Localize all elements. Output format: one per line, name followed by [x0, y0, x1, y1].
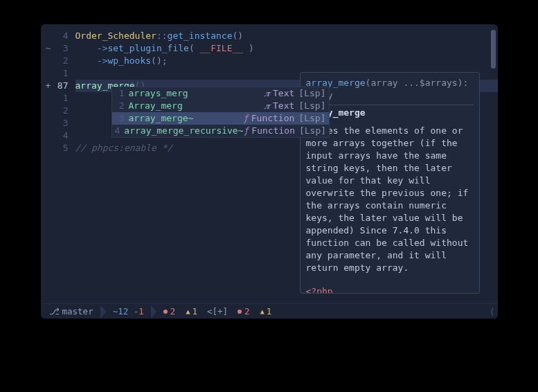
text-icon: 𝝅 — [264, 100, 270, 112]
function-icon: ƒ — [243, 112, 249, 125]
completion-item-selected[interactable]: 3 array_merge~ ƒ Function [Lsp] — [112, 112, 329, 125]
line-number: 1 — [56, 92, 69, 105]
line-number: 2 — [56, 105, 69, 117]
line-number: 4 — [56, 130, 69, 142]
current-line-number: 87 — [56, 80, 69, 92]
sign — [45, 130, 52, 142]
gutter: 4 ~3 2 1 +87 1 2 3 4 5 — [41, 24, 75, 303]
code-line: ->set_plugin_file( __FILE__ ) — [75, 42, 498, 55]
diagnostics-segment: 2 ▲ 1 — [232, 305, 277, 319]
sign — [45, 142, 52, 154]
line-number: 3 — [56, 42, 69, 55]
sign — [45, 55, 52, 67]
doc-title: array_merge — [306, 107, 474, 119]
sign — [45, 92, 52, 105]
modified-indicator: <[+] — [207, 306, 228, 317]
editor-window: 4 ~3 2 1 +87 1 2 3 4 5 Order_Scheduler::… — [41, 24, 498, 319]
doc-php-tag: <?php — [306, 285, 474, 294]
code-line: Order_Scheduler::get_instance() — [75, 30, 498, 42]
code-line: ->wp_hooks(); — [75, 55, 498, 67]
error-dot-icon — [237, 310, 242, 314]
error-dot-icon — [163, 310, 168, 314]
diagnostics-segment: 2 ▲ 1 — [158, 305, 203, 319]
line-number: 1 — [56, 67, 69, 80]
warning-triangle-icon: ▲ — [260, 308, 264, 315]
doc-body: Merges the elements of one or more array… — [306, 125, 474, 274]
completion-item[interactable]: 4 array_merge_recursive~ ƒ Function [Lsp… — [112, 125, 329, 137]
completion-popup[interactable]: 1 arrays_merg 𝝅 Text [Lsp] 2 Array_merg … — [111, 87, 330, 138]
function-icon: ƒ — [244, 125, 249, 137]
statusline: ⎇ master ~12 -1 2 ▲ 1 <[+] 2 ▲ 1 ⟨ — [41, 303, 498, 319]
completion-item[interactable]: 1 arrays_merg 𝝅 Text [Lsp] — [112, 87, 329, 100]
line-number: 4 — [56, 30, 69, 42]
doc-divider — [306, 105, 474, 105]
line-number: 3 — [56, 117, 69, 130]
sign — [45, 105, 52, 117]
git-diff-segment: ~12 -1 — [107, 305, 150, 319]
text-icon: 𝝅 — [264, 87, 270, 100]
line-number: 5 — [56, 142, 69, 154]
sign — [45, 117, 52, 130]
chevron-left-icon: ⟨ — [490, 306, 495, 317]
branch-icon: ⎇ — [49, 306, 60, 317]
chevron-right-icon — [151, 305, 156, 319]
scrollbar[interactable] — [491, 30, 496, 69]
git-branch-segment: ⎇ master — [44, 305, 99, 319]
warning-triangle-icon: ▲ — [186, 308, 190, 315]
added-sign: + — [45, 80, 52, 92]
modified-sign: ~ — [45, 42, 52, 55]
completion-item[interactable]: 2 Array_merg 𝝅 Text [Lsp] — [112, 100, 329, 112]
line-number: 2 — [56, 55, 69, 67]
sign — [45, 67, 52, 80]
sign — [45, 30, 52, 42]
doc-signature: array_merge(array ...$arrays): array — [306, 77, 474, 102]
chevron-right-icon — [100, 305, 106, 319]
